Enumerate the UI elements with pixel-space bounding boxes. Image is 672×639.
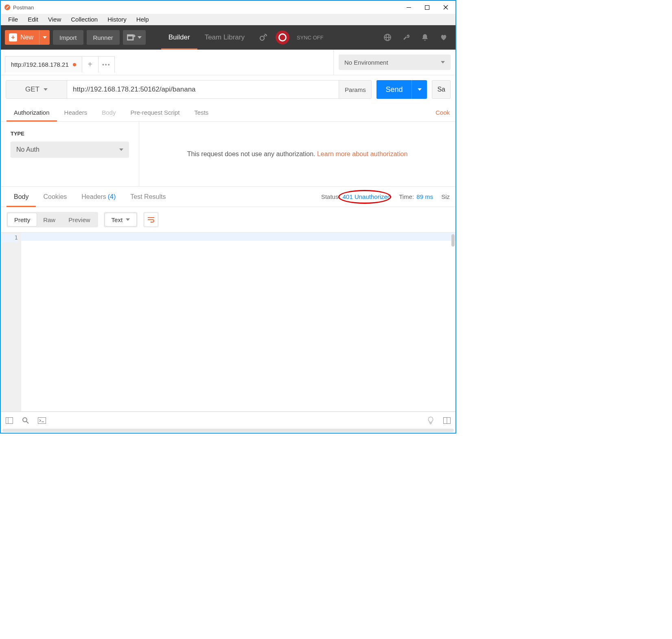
time-label: Time: bbox=[399, 193, 414, 200]
new-button[interactable]: + New bbox=[5, 30, 50, 45]
subtab-authorization[interactable]: Authorization bbox=[7, 104, 57, 121]
sync-status[interactable]: SYNC OFF bbox=[297, 35, 324, 41]
tab-team-library[interactable]: Team Library bbox=[197, 25, 252, 50]
view-preview[interactable]: Preview bbox=[62, 213, 96, 226]
resp-tab-cookies[interactable]: Cookies bbox=[36, 187, 74, 207]
url-input[interactable]: http://192.168.178.21:50162/api/banana bbox=[67, 81, 339, 98]
wrap-lines-button[interactable] bbox=[143, 212, 159, 227]
auth-type-select[interactable]: No Auth bbox=[11, 142, 129, 158]
size-label: Siz bbox=[441, 193, 450, 200]
resp-tab-tests[interactable]: Test Results bbox=[123, 187, 173, 207]
new-dropdown-caret[interactable] bbox=[39, 30, 50, 45]
statusbar bbox=[1, 412, 455, 429]
tab-builder[interactable]: Builder bbox=[161, 25, 197, 50]
params-button[interactable]: Params bbox=[339, 81, 371, 98]
window-title: Postman bbox=[13, 4, 34, 11]
add-tab-button[interactable]: + bbox=[82, 56, 99, 72]
globe-icon[interactable] bbox=[381, 31, 394, 44]
subtab-body[interactable]: Body bbox=[94, 104, 123, 121]
cookies-link[interactable]: Cook bbox=[436, 109, 450, 116]
record-inner-icon bbox=[278, 33, 287, 41]
unsaved-indicator-icon bbox=[73, 63, 76, 66]
lightbulb-icon[interactable] bbox=[426, 416, 435, 425]
chevron-down-icon bbox=[119, 148, 123, 151]
menu-collection[interactable]: Collection bbox=[66, 15, 103, 24]
scrollbar-horizontal[interactable] bbox=[1, 429, 455, 433]
two-pane-icon[interactable] bbox=[442, 416, 451, 425]
request-tab-active[interactable]: http://192.168.178.21 bbox=[5, 56, 82, 72]
resp-tab-body[interactable]: Body bbox=[7, 187, 36, 207]
resp-headers-count: (4) bbox=[108, 193, 116, 201]
subtab-tests[interactable]: Tests bbox=[187, 104, 216, 121]
menu-help[interactable]: Help bbox=[131, 15, 154, 24]
environment-select[interactable]: No Environment bbox=[339, 55, 451, 70]
line-gutter: 1 bbox=[1, 233, 21, 411]
window-maximize-button[interactable] bbox=[418, 1, 436, 14]
menu-view[interactable]: View bbox=[43, 15, 66, 24]
lang-select[interactable]: Text bbox=[104, 212, 138, 227]
send-button[interactable]: Send bbox=[376, 80, 412, 99]
authorization-panel: TYPE No Auth This request does not use a… bbox=[1, 122, 455, 187]
request-tab-label: http://192.168.178.21 bbox=[11, 61, 69, 68]
response-meta: Status: 401 Unauthorized Time: 89 ms Siz bbox=[321, 193, 450, 200]
request-tab-strip: http://192.168.178.21 + ••• bbox=[1, 50, 333, 75]
view-pretty[interactable]: Pretty bbox=[8, 213, 37, 226]
svg-rect-17 bbox=[38, 417, 46, 423]
resp-tab-headers-label: Headers bbox=[81, 193, 106, 201]
capture-requests-icon[interactable] bbox=[257, 31, 269, 44]
url-value: http://192.168.178.21:50162/api/banana bbox=[73, 85, 196, 94]
menubar: File Edit View Collection History Help bbox=[1, 14, 455, 25]
response-body-editor[interactable]: 1 bbox=[1, 233, 455, 412]
sidebar-toggle-icon[interactable] bbox=[5, 416, 14, 425]
request-row: GET http://192.168.178.21:50162/api/bana… bbox=[1, 75, 455, 104]
new-window-button[interactable]: + bbox=[123, 30, 146, 45]
method-label: GET bbox=[25, 85, 39, 94]
tab-options-button[interactable]: ••• bbox=[99, 56, 115, 72]
response-view-row: Pretty Raw Preview Text bbox=[1, 207, 455, 233]
environment-selected-label: No Environment bbox=[344, 59, 388, 66]
record-icon[interactable] bbox=[276, 31, 289, 44]
menu-file[interactable]: File bbox=[3, 15, 23, 24]
view-mode-group: Pretty Raw Preview bbox=[7, 212, 98, 227]
auth-type-label: TYPE bbox=[11, 131, 129, 137]
svg-rect-13 bbox=[6, 417, 13, 423]
auth-info-text: This request does not use any authorizat… bbox=[187, 150, 317, 157]
import-button[interactable]: Import bbox=[53, 30, 83, 45]
chevron-down-icon bbox=[126, 218, 130, 221]
wrench-icon[interactable] bbox=[400, 31, 412, 44]
plus-icon: + bbox=[9, 33, 17, 41]
send-dropdown[interactable] bbox=[412, 80, 427, 99]
response-sub-tabs: Body Cookies Headers (4) Test Results St… bbox=[1, 187, 455, 207]
postman-logo-icon bbox=[4, 4, 11, 11]
auth-info: This request does not use any authorizat… bbox=[139, 122, 455, 186]
console-icon[interactable] bbox=[37, 416, 46, 425]
bell-icon[interactable] bbox=[419, 31, 431, 44]
subtab-headers[interactable]: Headers bbox=[57, 104, 95, 121]
resp-tab-headers[interactable]: Headers (4) bbox=[74, 187, 123, 207]
annotation-circle-icon bbox=[338, 190, 391, 204]
menu-edit[interactable]: Edit bbox=[23, 15, 43, 24]
svg-rect-2 bbox=[425, 5, 429, 9]
status-label: Status: bbox=[321, 193, 340, 200]
window-close-button[interactable] bbox=[436, 1, 455, 14]
window-minimize-button[interactable] bbox=[400, 1, 418, 14]
chevron-down-icon bbox=[44, 88, 48, 91]
svg-line-16 bbox=[26, 421, 28, 423]
time-value: 89 ms bbox=[416, 193, 433, 200]
scrollbar-vertical[interactable] bbox=[451, 234, 455, 246]
new-button-label: New bbox=[20, 34, 33, 41]
method-select[interactable]: GET bbox=[6, 81, 67, 98]
find-icon[interactable] bbox=[21, 416, 30, 425]
heart-icon[interactable] bbox=[438, 31, 450, 44]
subtab-prerequest[interactable]: Pre-request Script bbox=[123, 104, 187, 121]
auth-learn-more-link[interactable]: Learn more about authorization bbox=[317, 150, 407, 157]
save-button[interactable]: Sa bbox=[432, 80, 451, 99]
chevron-down-icon bbox=[441, 61, 445, 63]
view-raw[interactable]: Raw bbox=[37, 213, 62, 226]
word-wrap-icon bbox=[147, 216, 155, 223]
menu-history[interactable]: History bbox=[103, 15, 131, 24]
svg-rect-6 bbox=[128, 36, 133, 39]
runner-button[interactable]: Runner bbox=[87, 30, 120, 45]
main-toolbar: + New Import Runner + Builder Team Libra… bbox=[1, 25, 455, 50]
lang-label: Text bbox=[112, 216, 123, 223]
